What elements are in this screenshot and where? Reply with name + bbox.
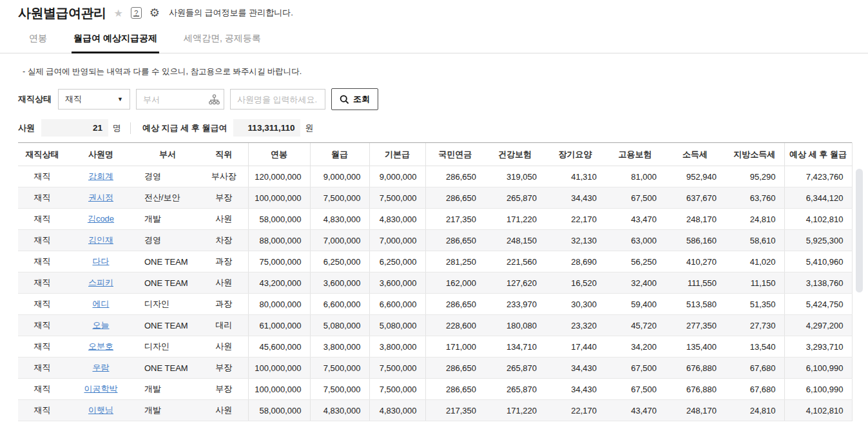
cell-8-12: 13,540 xyxy=(725,336,784,358)
cell-3-4: 88,000,000 xyxy=(248,230,310,251)
cell-9-8: 265,870 xyxy=(485,358,545,379)
cell-0-6: 9,000,000 xyxy=(369,166,425,187)
help-icon[interactable]: ? xyxy=(131,7,142,19)
cell-6-1: 에디 xyxy=(66,294,135,315)
column-header-0: 재직상태 xyxy=(18,143,66,166)
cell-10-0: 재직 xyxy=(18,379,66,400)
cell-3-5: 7,000,000 xyxy=(310,230,369,251)
cell-11-11: 248,170 xyxy=(665,400,725,421)
cell-2-6: 4,830,000 xyxy=(369,209,425,230)
cell-0-11: 952,940 xyxy=(665,166,725,187)
cell-11-13: 4,102,810 xyxy=(784,400,852,421)
cell-4-8: 221,560 xyxy=(485,251,545,272)
employee-name-link[interactable]: 강회계 xyxy=(88,171,113,181)
status-select-value: 재직 xyxy=(65,93,82,105)
employee-name-link[interactable]: 스피키 xyxy=(88,278,113,287)
cell-0-10: 81,000 xyxy=(605,166,665,187)
column-header-9: 장기요양 xyxy=(545,143,605,166)
cell-11-7: 217,350 xyxy=(425,400,485,421)
cell-5-1: 스피키 xyxy=(66,272,135,294)
employee-name-link[interactable]: 이공학박 xyxy=(84,384,118,394)
employee-name-input[interactable] xyxy=(230,89,325,110)
employee-count-unit: 명 xyxy=(113,122,121,134)
cell-6-6: 6,600,000 xyxy=(369,294,425,315)
cell-8-3: 사원 xyxy=(200,336,248,358)
cell-6-4: 80,000,000 xyxy=(248,294,310,315)
cell-7-11: 277,350 xyxy=(665,315,725,336)
cell-3-3: 차장 xyxy=(200,230,248,251)
cell-10-5: 7,500,000 xyxy=(310,379,369,400)
cell-6-13: 5,424,750 xyxy=(784,294,852,315)
cell-7-0: 재직 xyxy=(18,315,66,336)
employee-name-link[interactable]: 권시정 xyxy=(88,193,113,202)
cell-7-4: 61,000,000 xyxy=(248,315,310,336)
table-row: 재직김인재경영차장88,000,0007,000,0007,000,000286… xyxy=(18,230,852,251)
employee-name-link[interactable]: 이햇님 xyxy=(88,405,113,415)
cell-1-10: 67,500 xyxy=(605,187,665,209)
cell-3-8: 248,150 xyxy=(485,230,545,251)
cell-5-12: 11,150 xyxy=(725,272,784,294)
cell-4-7: 281,250 xyxy=(425,251,485,272)
cell-6-8: 233,970 xyxy=(485,294,545,315)
cell-8-13: 3,293,710 xyxy=(784,336,852,358)
tab-1[interactable]: 월급여 예상지급공제 xyxy=(72,33,159,53)
page-title: 사원별급여관리 xyxy=(18,5,106,22)
cell-1-2: 전산/보안 xyxy=(135,187,200,209)
employee-name-link[interactable]: 오분호 xyxy=(88,341,113,351)
cell-1-12: 63,760 xyxy=(725,187,784,209)
cell-10-6: 7,500,000 xyxy=(369,379,425,400)
table-row: 재직오늘ONE TEAM대리61,000,0005,080,0005,080,0… xyxy=(18,315,852,336)
cell-7-3: 대리 xyxy=(200,315,248,336)
favorite-star-icon[interactable]: ★ xyxy=(114,7,123,19)
employee-name-link[interactable]: 에디 xyxy=(93,299,110,309)
cell-4-10: 56,250 xyxy=(605,251,665,272)
employee-name-link[interactable]: 김code xyxy=(88,214,114,224)
search-button[interactable]: 조회 xyxy=(331,88,378,110)
cell-8-8: 134,710 xyxy=(485,336,545,358)
cell-11-3: 사원 xyxy=(200,400,248,421)
cell-6-11: 513,580 xyxy=(665,294,725,315)
vertical-scrollbar-track[interactable] xyxy=(855,169,863,422)
status-select[interactable]: 재직 ▼ xyxy=(58,89,130,110)
cell-7-6: 5,080,000 xyxy=(369,315,425,336)
column-header-4: 연봉 xyxy=(248,143,310,166)
cell-2-10: 43,470 xyxy=(605,209,665,230)
cell-10-9: 34,430 xyxy=(545,379,605,400)
cell-6-10: 59,400 xyxy=(605,294,665,315)
cell-3-9: 32,130 xyxy=(545,230,605,251)
employee-name-link[interactable]: 다다 xyxy=(93,256,110,266)
employee-name-link[interactable]: 김인재 xyxy=(88,235,113,245)
table-row: 재직이공학박개발부장100,000,0007,500,0007,500,0002… xyxy=(18,379,852,400)
settings-gear-icon[interactable]: ⚙ xyxy=(149,7,160,19)
cell-2-8: 171,220 xyxy=(485,209,545,230)
cell-2-5: 4,830,000 xyxy=(310,209,369,230)
cell-4-11: 410,270 xyxy=(665,251,725,272)
vertical-scrollbar-thumb[interactable] xyxy=(856,169,863,292)
column-header-3: 직위 xyxy=(200,143,248,166)
summary-divider xyxy=(130,122,131,134)
expected-salary-value: 113,311,110 xyxy=(233,119,300,137)
tab-2[interactable]: 세액감면, 공제등록 xyxy=(182,33,263,53)
cell-10-3: 부장 xyxy=(200,379,248,400)
cell-3-0: 재직 xyxy=(18,230,66,251)
filter-bar: 재직상태 재직 ▼ 조회 xyxy=(18,88,868,110)
cell-9-7: 286,650 xyxy=(425,358,485,379)
cell-5-10: 32,400 xyxy=(605,272,665,294)
employee-name-link[interactable]: 우람 xyxy=(93,363,110,372)
org-chart-icon[interactable] xyxy=(209,94,220,105)
cell-11-8: 171,220 xyxy=(485,400,545,421)
employee-name-link[interactable]: 오늘 xyxy=(93,320,110,330)
cell-2-12: 24,810 xyxy=(725,209,784,230)
cell-5-9: 16,520 xyxy=(545,272,605,294)
cell-0-0: 재직 xyxy=(18,166,66,187)
cell-6-2: 디자인 xyxy=(135,294,200,315)
cell-8-6: 3,800,000 xyxy=(369,336,425,358)
cell-3-7: 286,650 xyxy=(425,230,485,251)
department-field-wrap xyxy=(136,89,224,110)
cell-5-0: 재직 xyxy=(18,272,66,294)
tab-0[interactable]: 연봉 xyxy=(27,33,49,53)
cell-5-13: 3,138,760 xyxy=(784,272,852,294)
cell-8-2: 디자인 xyxy=(135,336,200,358)
column-header-8: 건강보험 xyxy=(485,143,545,166)
cell-10-8: 265,870 xyxy=(485,379,545,400)
